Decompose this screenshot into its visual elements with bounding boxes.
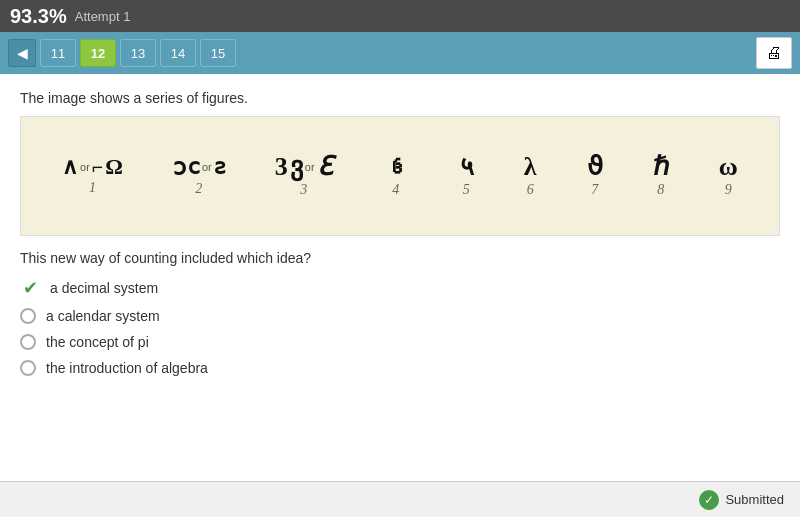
score-display: 93.3% (10, 5, 67, 28)
header-bar: 93.3% Attempt 1 (0, 0, 800, 32)
numeral-col-4: ꧔ 4 (383, 154, 409, 198)
question-intro: The image shows a series of figures. (20, 90, 780, 106)
numeral-col-9: ω 9 (719, 154, 738, 198)
numeral-col-8: ℏ 8 (653, 154, 669, 198)
numeral-col-1: ∧ or ⌐ Ω 1 (62, 156, 123, 196)
submitted-label: Submitted (725, 492, 784, 507)
footer-bar: ✓ Submitted (0, 481, 800, 517)
nav-button-11[interactable]: 11 (40, 39, 76, 67)
numeral-col-2: ɔ ɔ or ƨ 2 (173, 155, 225, 197)
option-label-1: a decimal system (50, 280, 158, 296)
submitted-badge: ✓ Submitted (699, 490, 784, 510)
option-item-3[interactable]: the concept of pi (20, 334, 780, 350)
question-prompt: This new way of counting included which … (20, 250, 780, 266)
radio-button-3[interactable] (20, 334, 36, 350)
attempt-label: Attempt 1 (75, 9, 131, 24)
main-content: The image shows a series of figures. ∧ o… (0, 74, 800, 481)
numeral-col-6: λ 6 (524, 154, 537, 198)
nav-bar: ◀ 11 12 13 14 15 🖨 (0, 32, 800, 74)
option-item-1[interactable]: ✔ a decimal system (20, 278, 780, 298)
printer-icon: 🖨 (766, 44, 782, 62)
nav-button-12[interactable]: 12 (80, 39, 116, 67)
option-label-3: the concept of pi (46, 334, 149, 350)
figure-image: ∧ or ⌐ Ω 1 ɔ ɔ or ƨ 2 3 (20, 116, 780, 236)
numeral-col-3: 3 ვ or Ɛ 3 (275, 154, 333, 198)
nav-button-13[interactable]: 13 (120, 39, 156, 67)
nav-button-14[interactable]: 14 (160, 39, 196, 67)
submitted-check-icon: ✓ (699, 490, 719, 510)
score-suffix: % (49, 5, 67, 27)
option-label-2: a calendar system (46, 308, 160, 324)
print-button[interactable]: 🖨 (756, 37, 792, 69)
option-item-4[interactable]: the introduction of algebra (20, 360, 780, 376)
numeral-col-7: ϑ 7 (587, 154, 603, 198)
nav-button-15[interactable]: 15 (200, 39, 236, 67)
radio-button-2[interactable] (20, 308, 36, 324)
prev-arrow-button[interactable]: ◀ (8, 39, 36, 67)
numeral-col-5: ५ 5 (459, 154, 474, 198)
option-item-2[interactable]: a calendar system (20, 308, 780, 324)
radio-button-4[interactable] (20, 360, 36, 376)
correct-checkmark-icon: ✔ (20, 278, 40, 298)
options-list: ✔ a decimal system a calendar system the… (20, 278, 780, 376)
option-label-4: the introduction of algebra (46, 360, 208, 376)
score-value: 93.3 (10, 5, 49, 27)
